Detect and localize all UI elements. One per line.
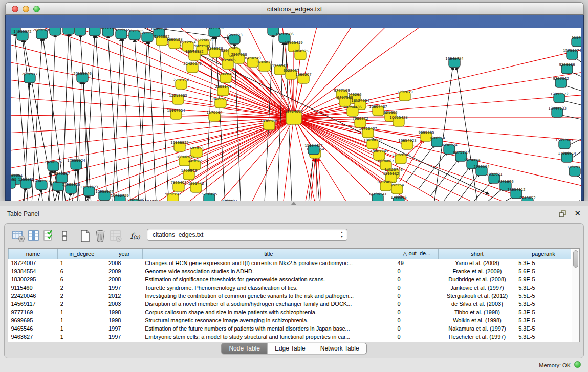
- graph-node[interactable]: 1156869: [18, 178, 34, 188]
- graph-node[interactable]: 18107554: [167, 108, 185, 119]
- table-cell[interactable]: Wolkin et al. (1998): [439, 316, 516, 324]
- graph-node[interactable]: 17359924: [67, 159, 85, 169]
- column-header[interactable]: year: [106, 249, 142, 259]
- table-cell[interactable]: 9699695: [9, 316, 58, 324]
- table-select-dropdown[interactable]: citations_edges.txt ▲▼: [147, 229, 347, 241]
- graph-node[interactable]: 8427552: [212, 97, 228, 108]
- graph-node[interactable]: 751552: [141, 31, 155, 42]
- graph-node[interactable]: 16720407: [359, 127, 377, 138]
- table-cell[interactable]: Yano et al. (2008): [439, 259, 516, 267]
- graph-node[interactable]: 15751074: [563, 49, 581, 59]
- table-cell[interactable]: Jankovic et al. (1997): [439, 283, 516, 292]
- table-cell[interactable]: 5.5E-5: [516, 292, 571, 300]
- table-cell[interactable]: 0: [395, 267, 439, 275]
- graph-node[interactable]: 9242848: [217, 72, 233, 83]
- table-cell[interactable]: 2: [58, 283, 106, 292]
- column-header[interactable]: short: [439, 249, 516, 259]
- graph-node[interactable]: 20153346: [73, 72, 92, 82]
- table-cell[interactable]: 1: [58, 259, 106, 267]
- graph-node[interactable]: 7825402: [170, 181, 186, 191]
- table-row[interactable]: 2242004622012Investigating the contribut…: [9, 292, 571, 300]
- table-row[interactable]: 911546021997Tourette syndrome. Phenomeno…: [9, 283, 571, 292]
- table-cell[interactable]: 14569117: [9, 300, 58, 308]
- graph-node[interactable]: 11172: [572, 36, 581, 47]
- graph-node[interactable]: 20891406: [33, 28, 51, 39]
- table-cell[interactable]: 2: [58, 292, 106, 300]
- table-mode-icon[interactable]: [11, 228, 26, 244]
- table-row[interactable]: 969969511998Structural magnetic resonanc…: [9, 316, 571, 324]
- table-cell[interactable]: 22420046: [9, 292, 58, 300]
- table-cell[interactable]: 6: [58, 267, 106, 275]
- graph-node[interactable]: 6497568: [337, 96, 353, 106]
- table-cell[interactable]: 1: [58, 316, 106, 324]
- table-cell[interactable]: 5.3E-5: [516, 300, 571, 308]
- graph-node[interactable]: 1366207: [295, 73, 311, 83]
- table-cell[interactable]: 0: [395, 275, 439, 283]
- graph-node[interactable]: 9227342: [553, 77, 569, 87]
- table-cell[interactable]: Stergiakouli et al. (2012): [439, 292, 516, 300]
- splitter-handle-icon[interactable]: [291, 202, 296, 205]
- graph-node[interactable]: 1691442: [188, 182, 204, 192]
- graph-node[interactable]: 1864095: [292, 49, 308, 60]
- table-cell[interactable]: 1997: [106, 333, 142, 341]
- table-cell[interactable]: 0: [395, 308, 439, 316]
- table-cell[interactable]: Hescheler et al. (1997): [439, 333, 516, 341]
- table-row[interactable]: 1456911722003Disruption of a novel membe…: [9, 300, 571, 308]
- column-header[interactable]: △ out_de...: [395, 249, 439, 259]
- graph-node[interactable]: 3875685: [220, 58, 235, 69]
- table-cell[interactable]: Embryonic stem cells: a model to study s…: [142, 333, 395, 341]
- graph-node[interactable]: 19166829: [170, 141, 189, 151]
- graph-node[interactable]: 2718176: [173, 78, 189, 89]
- show-column-icon[interactable]: [26, 228, 41, 244]
- table-row[interactable]: 946362711997Embryonic stem cells: a mode…: [9, 333, 571, 341]
- table-cell[interactable]: 5.9E-5: [516, 275, 571, 283]
- table-cell[interactable]: 18724007: [9, 259, 58, 267]
- graph-node[interactable]: 252254: [390, 183, 404, 194]
- graph-node[interactable]: 18724007: [285, 110, 303, 124]
- tab-node-table[interactable]: Node Table: [222, 343, 268, 354]
- graph-node[interactable]: 19654923: [398, 139, 417, 149]
- function-builder-icon[interactable]: f(x): [127, 228, 143, 244]
- column-header[interactable]: pagerank: [516, 249, 571, 259]
- table-cell[interactable]: 2: [58, 300, 106, 308]
- table-cell[interactable]: Estimation of significance thresholds fo…: [142, 275, 395, 283]
- scrollbar-thumb[interactable]: [573, 250, 578, 268]
- window-titlebar[interactable]: citations_edges.txt: [5, 2, 584, 15]
- graph-node[interactable]: 9146821: [256, 60, 272, 71]
- table-cell[interactable]: de Silva et al. (2003): [439, 300, 516, 308]
- table-cell[interactable]: Structural magnetic resonance image aver…: [142, 316, 395, 324]
- table-cell[interactable]: 9463627: [9, 333, 58, 341]
- graph-node[interactable]: 12942757: [32, 179, 51, 190]
- table-cell[interactable]: 5.3E-5: [516, 324, 571, 333]
- column-header[interactable]: title: [142, 249, 395, 259]
- table-cell[interactable]: 2008: [106, 275, 142, 283]
- table-cell[interactable]: 9777169: [9, 308, 58, 316]
- table-cell[interactable]: 9115460: [9, 283, 58, 292]
- network-canvas[interactable]: 2530714035572208914069636244164151541065…: [11, 28, 581, 207]
- table-scrollbar[interactable]: [572, 249, 579, 342]
- table-cell[interactable]: 1998: [106, 308, 142, 316]
- graph-node[interactable]: 2631517: [21, 72, 37, 83]
- float-window-icon[interactable]: [558, 210, 567, 218]
- table-cell[interactable]: 2009: [106, 267, 142, 275]
- table-cell[interactable]: 9465546: [9, 324, 58, 333]
- table-cell[interactable]: 0: [395, 292, 439, 300]
- close-icon[interactable]: ✕: [574, 209, 581, 218]
- table-cell[interactable]: Changes of HCN gene expression and I(f) …: [142, 259, 395, 267]
- delete-table-icon[interactable]: [108, 228, 123, 244]
- panel-splitter[interactable]: [0, 201, 588, 206]
- table-cell[interactable]: Tibbo et al. (1998): [439, 308, 516, 316]
- tab-edge-table[interactable]: Edge Table: [268, 343, 313, 354]
- table-cell[interactable]: 19384554: [9, 267, 58, 275]
- graph-node[interactable]: 9329966: [559, 63, 575, 74]
- row-height-icon[interactable]: [57, 228, 72, 244]
- table-cell[interactable]: 1: [58, 333, 106, 341]
- graph-node[interactable]: 20364436: [343, 105, 362, 116]
- table-cell[interactable]: 0: [395, 283, 439, 292]
- table-cell[interactable]: 0: [395, 324, 439, 333]
- table-cell[interactable]: Investigating the contribution of common…: [142, 292, 395, 300]
- table-cell[interactable]: 5.6E-5: [516, 267, 571, 275]
- table-cell[interactable]: 1997: [106, 283, 142, 292]
- table-cell[interactable]: Corpus callosum shape and size in male p…: [142, 308, 395, 316]
- table-cell[interactable]: 1997: [106, 324, 142, 333]
